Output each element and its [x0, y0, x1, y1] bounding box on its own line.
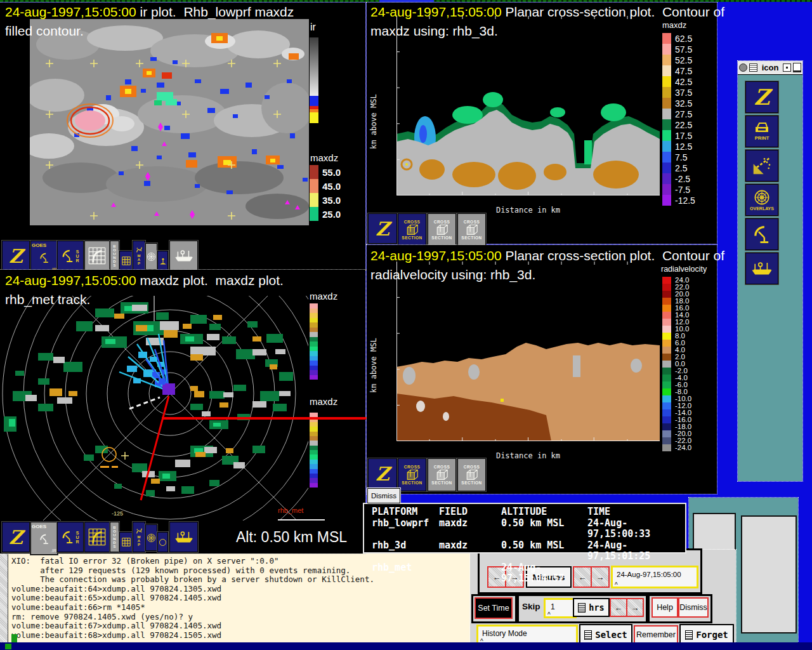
zeb-button[interactable]: Z — [368, 213, 397, 244]
skip-units-button[interactable]: hrs — [573, 598, 610, 617]
ppi-colorbar2-ticks — [322, 410, 364, 493]
printer-icon — [754, 122, 770, 135]
xs1-title: 24-aug-1997,15:05:00 Planar cross-sectio… — [370, 4, 724, 20]
grid-button[interactable] — [119, 532, 133, 552]
terminal-line: volume:beaufait:68>xdump.all 970824.1505… — [11, 631, 374, 640]
ship-button[interactable] — [745, 253, 778, 284]
ir-colorbar-ticks — [324, 39, 363, 124]
cross-section-button-3[interactable]: CROSS SECTION — [457, 213, 486, 246]
remember-button[interactable]: Remember — [634, 625, 678, 644]
xs-dismiss-button[interactable]: Dismiss — [367, 488, 400, 503]
cross-section-button-1[interactable]: CROSS SECTION — [398, 458, 426, 491]
window-zoom-icon[interactable] — [793, 63, 801, 72]
table-row: rhb_lowprf maxdz 0.50 km MSL 24-Aug-97,1… — [372, 518, 685, 540]
skip-left-button[interactable]: ← — [610, 598, 627, 617]
ir-x-axis — [27, 226, 299, 237]
set-time-button[interactable]: Set Time — [475, 597, 513, 619]
col-platform: PLATFORM — [372, 507, 439, 518]
bounds-button[interactable]: BOUNDS — [110, 522, 119, 552]
zeb-button[interactable]: Z — [2, 241, 30, 271]
rings-button[interactable] — [145, 524, 157, 551]
skip-right-button[interactable]: → — [626, 598, 644, 617]
table-row: rhb_met 24-Aug-97,15:04:57 — [372, 562, 685, 585]
ir-maxdz-colorbar-label: maxdz — [310, 152, 338, 163]
icon-panel-titlebar[interactable]: icon — [738, 61, 802, 75]
zeb-button[interactable]: Z — [2, 522, 30, 552]
skip-label: Skip — [522, 602, 540, 611]
map-button[interactable]: MAP — [133, 522, 145, 552]
terminal-line: rm: remove 970824.1405.xwd (yes/no)? y — [11, 613, 374, 622]
radar-dish-button[interactable] — [745, 218, 778, 250]
ship-button[interactable] — [169, 522, 198, 552]
col-field: FIELD — [439, 507, 501, 518]
window-xsection-maxdz: 24-aug-1997,15:05:00 Planar cross-sectio… — [367, 3, 717, 244]
cube-icon — [466, 469, 478, 481]
buoy-button[interactable] — [157, 251, 168, 271]
ir-plot-title: 24-aug-1997,15:05:00 ir plot. Rhb_lowprf… — [5, 4, 294, 20]
col-altitude: ALTITUDE — [501, 507, 587, 518]
xs1-plot — [396, 16, 660, 196]
window-iconify-icon[interactable] — [783, 63, 791, 72]
cube-icon — [406, 469, 419, 481]
goes-ir-button[interactable]: GOES .IR — [30, 241, 58, 274]
zeb-logo-icon: Z — [376, 218, 390, 240]
ppi-colorbar2-label: maxdz — [310, 396, 337, 407]
ship-button[interactable] — [169, 241, 198, 271]
terminal-line: XIO: fatal IO error 32 (Broken pipe) on … — [11, 557, 374, 566]
ir-maxdz-colorbar: 55.045.035.025.0 — [310, 165, 341, 221]
radar-dish-icon — [62, 531, 74, 543]
xs2-y-axis — [381, 256, 395, 442]
cube-icon — [466, 224, 478, 235]
map-icon — [136, 527, 143, 534]
grid-button[interactable] — [119, 251, 133, 271]
zeb-logo-icon: Z — [754, 84, 770, 110]
overlays-button[interactable]: OVERLAYS — [745, 184, 778, 216]
cross-section-button-3[interactable]: CROSS SECTION — [457, 458, 486, 491]
surface-radar-button[interactable]: SUR — [57, 522, 84, 552]
xs2-plot — [396, 262, 660, 441]
background-panel-right — [741, 515, 797, 633]
print-button[interactable]: PRINT — [745, 116, 778, 147]
ir-plot-timestamp: 24-aug-1997,15:05:00 — [5, 4, 136, 19]
terminal-scrollbar[interactable] — [0, 545, 8, 644]
cross-section-button-2[interactable]: CROSS SECTION — [428, 458, 456, 491]
window-menu-icon[interactable] — [739, 63, 747, 72]
satellite-button[interactable] — [745, 150, 778, 182]
ir-y-axis — [4, 55, 25, 223]
window-list-icon[interactable] — [749, 63, 757, 72]
ppi-range-line — [162, 417, 371, 420]
map-button[interactable]: MAP — [133, 241, 145, 271]
circle-button[interactable] — [157, 532, 168, 552]
xs1-timestamp: 24-aug-1997,15:05:00 — [370, 4, 502, 19]
ship-icon — [750, 261, 773, 276]
xs2-colorbar: 24.022.020.018.016.014.012.010.08.06.04.… — [662, 277, 691, 451]
dialog-dismiss-button[interactable]: Dismiss — [678, 597, 709, 618]
table-row: rhb_3d maxdz 0.50 km MSL 24-Aug-97,15:01… — [372, 540, 685, 562]
ppi-x-tick: -125 — [112, 510, 123, 517]
radar-grid-button[interactable] — [84, 241, 110, 271]
ppi-title-line2: rhb_met track. — [5, 291, 90, 308]
rings-button[interactable] — [145, 243, 157, 270]
xs2-timestamp: 24-aug-1997,15:05:00 — [370, 248, 502, 263]
xs1-y-axis-label: km above MSL — [369, 77, 379, 166]
zeb-button[interactable]: Z — [745, 81, 778, 113]
circle-icon — [159, 539, 166, 546]
cross-section-button-1[interactable]: CROSS SECTION — [398, 213, 426, 246]
ir-colorbar — [310, 37, 318, 123]
ir-colorbar-label: ir — [310, 22, 316, 33]
zeb-button[interactable]: Z — [368, 458, 397, 489]
icon-panel-window: icon Z PRINT OVERLAYS — [738, 61, 802, 481]
help-button[interactable]: Help — [652, 597, 678, 618]
xs1-colorbar: 62.557.552.547.542.537.532.527.522.517.5… — [662, 33, 695, 206]
cross-section-button-2[interactable]: CROSS SECTION — [428, 213, 456, 246]
goes-dish-icon — [39, 534, 49, 544]
overlays-rings-icon — [754, 189, 770, 206]
skip-input[interactable]: 1^ — [544, 598, 577, 618]
surface-radar-button[interactable]: SUR — [57, 241, 84, 271]
radar-grid-button[interactable] — [84, 522, 110, 552]
terminal-cursor — [11, 634, 17, 642]
rings-icon — [147, 252, 156, 262]
bounds-button[interactable]: BOUNDS — [110, 241, 119, 271]
menu-icon — [584, 630, 592, 640]
goes-ir-button[interactable]: GOES .IR — [30, 522, 58, 555]
